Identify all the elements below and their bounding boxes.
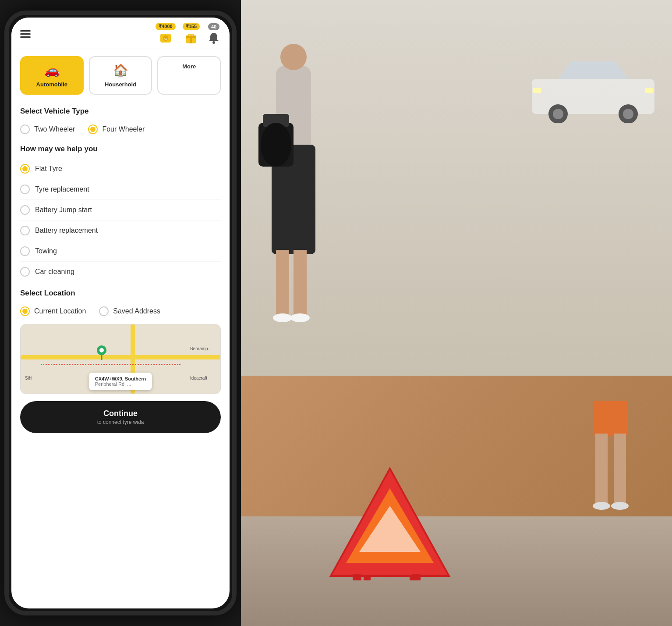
svg-point-29 [593,502,610,510]
saved-address-radio[interactable] [99,306,109,316]
svg-point-13 [623,109,633,119]
current-location-label: Current Location [34,307,86,315]
phone-device: ₹4000 G ₹155 [4,11,237,615]
help-option-battery-jump[interactable]: Battery Jump start [20,200,221,221]
reward-points-group[interactable]: ₹155 [183,23,200,45]
four-wheeler-radio[interactable] [88,124,98,134]
white-car [523,53,663,124]
towing-radio[interactable] [20,246,30,256]
current-location-radio[interactable] [20,306,30,316]
saved-address-label: Saved Address [113,307,160,315]
scene [241,0,672,626]
svg-rect-27 [595,434,608,504]
help-option-flat-tyre[interactable]: Flat Tyre [20,159,221,179]
svg-point-20 [273,313,292,322]
four-wheeler-label: Four Wheeler [102,125,145,133]
battery-jump-radio[interactable] [20,205,30,215]
svg-point-6 [212,41,215,44]
map-label-ideacraft: Ideacraft [190,376,207,381]
more-label: More [182,63,196,70]
help-section-title: How may we help you [20,145,221,153]
svg-rect-18 [276,250,289,316]
main-content: 🚗 Automobile 🏠 Houserhold More Select Ve… [11,49,230,608]
continue-button-sub: to connect tyre wala [97,419,144,425]
continue-button-main: Continue [103,409,138,418]
current-location-option[interactable]: Current Location [20,306,86,316]
svg-point-25 [261,123,291,167]
reward-coins-group[interactable]: ₹4000 G [156,23,175,45]
phone-screen: ₹4000 G ₹155 [11,18,230,608]
automobile-label: Automobile [36,81,68,88]
person-legs [584,401,637,534]
bell-icon [207,31,221,45]
battery-replacement-radio[interactable] [20,226,30,235]
two-wheeler-radio[interactable] [20,124,30,134]
current-location-radio-fill [22,309,28,314]
automobile-icon: 🚗 [44,63,60,78]
four-wheeler-radio-fill [90,127,95,132]
map-address-card: CX4W+WX9, Southern Peripheral Rd, ... [89,373,152,390]
flat-tyre-label: Flat Tyre [35,165,62,173]
svg-rect-5 [190,36,192,43]
help-option-towing[interactable]: Towing [20,241,221,262]
battery-replacement-label: Battery replacement [35,227,98,235]
household-label: Houserhold [105,81,136,88]
category-household[interactable]: 🏠 Houserhold [89,56,152,95]
map-label-behramp: Behramp... [190,346,212,351]
map-background: Behramp... Sihi Ideacraft CX4W+WX9, Sout… [21,324,220,394]
notification-group[interactable]: 40 [207,23,221,45]
two-wheeler-option[interactable]: Two Wheeler [20,124,75,134]
location-options: Current Location Saved Address [20,303,221,320]
towing-label: Towing [35,247,57,255]
household-icon: 🏠 [113,63,128,78]
notification-count: 40 [208,23,219,30]
coins-icon: G [159,31,173,45]
category-row: 🚗 Automobile 🏠 Houserhold More [20,49,221,100]
svg-point-21 [290,313,310,322]
two-wheeler-label: Two Wheeler [34,125,75,133]
warning-triangle [329,466,451,582]
continue-button[interactable]: Continue to connect tyre wala [20,401,221,433]
tyre-replacement-radio[interactable] [20,185,30,194]
svg-rect-28 [614,434,626,504]
category-automobile[interactable]: 🚗 Automobile [20,56,84,95]
map-address-line2: Peripheral Rd, ... [95,381,146,387]
svg-rect-37 [410,575,417,580]
svg-rect-14 [533,88,541,93]
map-area[interactable]: Behramp... Sihi Ideacraft CX4W+WX9, Sout… [20,324,221,394]
coins-badge: ₹4000 [156,23,175,30]
hamburger-menu[interactable] [20,30,31,38]
points-badge: ₹155 [183,23,200,30]
svg-rect-34 [353,574,361,580]
tyre-replacement-label: Tyre replacement [35,185,89,193]
person-with-bag [250,44,337,626]
vehicle-type-title: Select Vehicle Type [20,107,221,116]
flat-tyre-radio-fill [22,166,28,171]
svg-text:G: G [164,37,167,41]
top-bar: ₹4000 G ₹155 [11,18,230,49]
help-option-battery-replacement[interactable]: Battery replacement [20,221,221,241]
category-more[interactable]: More [157,56,221,95]
svg-rect-26 [593,401,628,436]
help-option-tyre-replacement[interactable]: Tyre replacement [20,179,221,200]
help-option-car-cleaning[interactable]: Car cleaning [20,262,221,282]
saved-address-option[interactable]: Saved Address [99,306,160,316]
flat-tyre-radio[interactable] [20,164,30,174]
svg-rect-19 [294,250,307,316]
location-title: Select Location [20,289,221,298]
top-bar-icons: ₹4000 G ₹155 [156,23,221,45]
four-wheeler-option[interactable]: Four Wheeler [88,124,145,134]
svg-point-11 [553,109,563,119]
svg-point-8 [99,348,104,352]
svg-point-30 [611,502,629,510]
battery-jump-label: Battery Jump start [35,206,92,214]
svg-rect-15 [645,88,654,93]
car-cleaning-radio[interactable] [20,267,30,277]
gift-icon [184,31,198,45]
car-cleaning-label: Car cleaning [35,268,74,276]
vehicle-type-options: Two Wheeler Four Wheeler [20,121,221,138]
map-pin [96,345,107,358]
right-image-panel [241,0,672,626]
map-label-sihi: Sihi [25,376,32,381]
map-address-line1: CX4W+WX9, Southern [95,376,146,381]
